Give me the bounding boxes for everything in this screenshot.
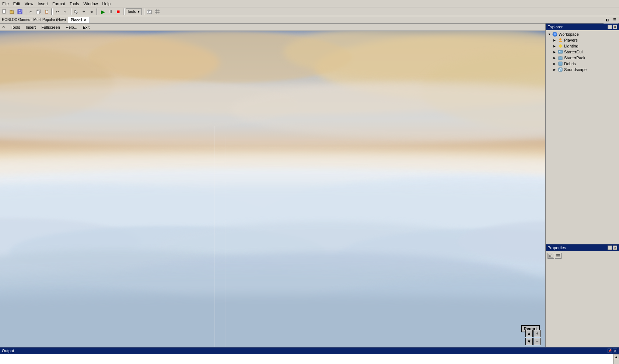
startergui-icon [558, 49, 563, 54]
starterpack-icon [558, 55, 563, 60]
workspace-icon [552, 32, 557, 37]
toolbar-tools-dropdown[interactable]: Tools ▼ [126, 8, 142, 15]
properties-title: Properties [548, 245, 566, 250]
output-header: Output 📌 ✕ [0, 347, 619, 354]
toolbar-run[interactable]: ▶ [99, 8, 106, 15]
toolbar: ✂ 📋 ↩ ↪ ✛ ⊕ ▶ ⏸ ⏹ Tools ▼ [0, 7, 619, 16]
menu-file[interactable]: File [0, 1, 11, 7]
nav-up-left[interactable]: ▲ [525, 330, 533, 337]
properties-pin-btn[interactable]: − [608, 245, 612, 250]
tree-label-debris: Debris [564, 61, 576, 66]
output-pin-btn[interactable]: 📌 [608, 349, 612, 353]
tree-arrow-debris: ▶ [553, 62, 557, 66]
tree-item-workspace[interactable]: ▼ Workspace [547, 31, 618, 37]
tree-label-workspace: Workspace [559, 32, 579, 36]
viewport-menu-exit[interactable]: Exit [83, 25, 90, 29]
viewport-menu-help[interactable]: Help... [66, 25, 77, 29]
viewport-menu-insert[interactable]: Insert [26, 25, 36, 29]
toolbar-btn-screenshot[interactable] [146, 8, 153, 15]
toolbar-stop[interactable]: ⏹ [115, 8, 122, 15]
tree-label-soundscape: Soundscape [564, 67, 587, 72]
svg-rect-5 [18, 12, 21, 14]
toolbar-open[interactable] [8, 8, 16, 15]
app-title: ROBLOX Games - Most Popular (Now) [0, 18, 68, 22]
menu-insert[interactable]: Insert [35, 1, 50, 7]
toolbar-scale[interactable]: ⊕ [88, 8, 95, 15]
output-content [0, 354, 613, 364]
properties-content [546, 251, 619, 347]
svg-point-46 [554, 33, 556, 35]
viewport-menu-fullscreen[interactable]: Fullscreen [41, 25, 60, 29]
svg-rect-2 [10, 10, 12, 11]
tree-item-players[interactable]: ▶ Players [547, 37, 618, 43]
viewport[interactable]: Report ▲ + ▼ − [0, 31, 545, 347]
toolbar-save[interactable] [16, 8, 24, 15]
prop-sort-alpha[interactable] [548, 253, 554, 259]
svg-rect-55 [559, 51, 560, 52]
tab-close[interactable]: ✕ [84, 18, 87, 22]
viewport-menu-x[interactable]: ✕ [2, 25, 5, 29]
properties-header: Properties − ✕ [546, 244, 619, 251]
tabbar: ROBLOX Games - Most Popular (Now) Place1… [0, 16, 619, 24]
svg-rect-59 [559, 68, 562, 71]
nav-down-left[interactable]: ▼ [525, 338, 533, 345]
tree-item-starterpack[interactable]: ▶ StarterPack [547, 55, 618, 61]
svg-rect-4 [18, 10, 21, 11]
explorer-header-buttons: − ✕ [608, 25, 617, 29]
tree-item-lighting[interactable]: ▶ Lighting [547, 43, 618, 49]
toggle-explorer[interactable]: ◧ [604, 16, 611, 24]
toggle-properties[interactable]: ☰ [611, 16, 618, 24]
tree-item-debris[interactable]: ▶ Debris [547, 61, 618, 67]
toolbar-paste[interactable]: 📋 [43, 8, 50, 15]
debris-icon [558, 61, 563, 66]
svg-point-42 [0, 294, 545, 347]
nav-up-right[interactable]: + [534, 330, 541, 337]
explorer-close-btn[interactable]: ✕ [613, 25, 617, 29]
toolbar-undo[interactable]: ↩ [54, 8, 61, 15]
svg-point-60 [559, 70, 560, 71]
viewport-toolbar: ✕ Tools Insert Fullscreen Help... Exit [0, 24, 545, 31]
viewport-menu-tools[interactable]: Tools [11, 25, 20, 29]
svg-rect-0 [3, 10, 6, 13]
toolbar-cut[interactable]: ✂ [27, 8, 35, 15]
menubar: File Edit View Insert Format Tools Windo… [0, 0, 619, 7]
svg-point-47 [559, 38, 562, 40]
menu-tools[interactable]: Tools [67, 1, 81, 7]
tree-item-soundscape[interactable]: ▶ Soundscape [547, 67, 618, 73]
explorer-pin-btn[interactable]: − [608, 25, 612, 29]
main-area: ✕ Tools Insert Fullscreen Help... Exit [0, 24, 619, 347]
menu-format[interactable]: Format [50, 1, 67, 7]
toolbar-redo[interactable]: ↪ [62, 8, 69, 15]
properties-close-btn[interactable]: ✕ [613, 245, 617, 250]
tab-place1[interactable]: Place1 ✕ [68, 17, 90, 23]
output-body: ▲ ▼ [0, 354, 619, 364]
toolbar-new[interactable] [1, 8, 8, 15]
tree-arrow-soundscape: ▶ [553, 68, 557, 71]
properties-header-buttons: − ✕ [608, 245, 617, 250]
output-scrollbar[interactable]: ▲ ▼ [613, 354, 619, 364]
toolbar-btn-grid[interactable] [153, 8, 161, 15]
menu-help[interactable]: Help [100, 1, 113, 7]
toolbar-copy[interactable] [35, 8, 42, 15]
tree-arrow-workspace: ▼ [548, 33, 552, 36]
toolbar-pause[interactable]: ⏸ [107, 8, 114, 15]
toolbar-sep4 [97, 8, 98, 15]
output-close-btn[interactable]: ✕ [613, 349, 617, 353]
toolbar-select[interactable] [73, 8, 80, 15]
nav-down-right[interactable]: − [534, 338, 541, 345]
toolbar-move[interactable]: ✛ [80, 8, 88, 15]
explorer-title: Explorer [548, 25, 563, 29]
svg-point-49 [559, 45, 562, 47]
menu-window[interactable]: Window [81, 1, 100, 7]
svg-rect-7 [36, 11, 39, 14]
tree-item-startergui[interactable]: ▶ StarterGui [547, 49, 618, 55]
prop-sort-category[interactable] [555, 253, 562, 259]
panel-toggles: ◧ ☰ [604, 16, 618, 24]
menu-edit[interactable]: Edit [11, 1, 22, 7]
scrollbar-track [614, 359, 619, 364]
scrollbar-up[interactable]: ▲ [614, 354, 619, 359]
tree-label-players: Players [564, 38, 578, 42]
svg-rect-57 [559, 62, 562, 66]
output-panel: Output 📌 ✕ ▲ ▼ [0, 347, 619, 364]
menu-view[interactable]: View [22, 1, 36, 7]
